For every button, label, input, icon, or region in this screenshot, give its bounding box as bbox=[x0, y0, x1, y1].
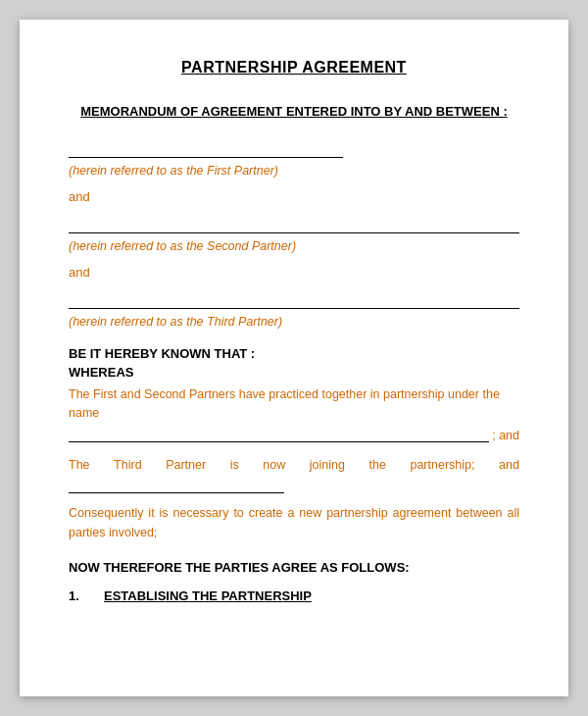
document-title: PARTNERSHIP AGREEMENT bbox=[69, 59, 519, 77]
third-partner-label: (herein referred to as the Third Partner… bbox=[69, 315, 519, 329]
second-partner-block bbox=[69, 216, 519, 233]
item-1-number: 1. bbox=[69, 588, 88, 603]
word-is: is bbox=[230, 456, 239, 475]
third-partner-block bbox=[69, 291, 519, 309]
now-therefore: NOW THEREFORE THE PARTIES AGREE AS FOLLO… bbox=[69, 560, 519, 575]
whereas-semicolon: ; and bbox=[489, 429, 519, 442]
be-it-known: BE IT HEREBY KNOWN THAT : bbox=[69, 346, 519, 361]
item-1-label: ESTABLISING THE PARTNERSHIP bbox=[104, 588, 312, 603]
numbered-item-1: 1. ESTABLISING THE PARTNERSHIP bbox=[69, 588, 519, 603]
word-now: now bbox=[263, 456, 285, 475]
whereas-text: The First and Second Partners have pract… bbox=[69, 385, 519, 423]
first-partner-block bbox=[69, 140, 519, 158]
word-the: The bbox=[69, 456, 90, 475]
whereas-inline-line bbox=[69, 425, 489, 442]
first-partner-line bbox=[69, 140, 343, 158]
third-partner-joining-line bbox=[69, 476, 284, 493]
document: PARTNERSHIP AGREEMENT MEMORANDUM OF AGRE… bbox=[20, 20, 568, 696]
whereas-label: WHEREAS bbox=[69, 365, 519, 380]
third-partner-joining-row: The Third Partner is now joining the par… bbox=[69, 456, 519, 475]
first-partner-label: (herein referred to as the First Partner… bbox=[69, 164, 519, 178]
whereas-line-row: ; and bbox=[69, 425, 519, 442]
third-partner-joining-section: The Third Partner is now joining the par… bbox=[69, 456, 519, 494]
consequently-text: Consequently it is necessary to create a… bbox=[69, 503, 519, 542]
word-third: Third bbox=[114, 456, 141, 475]
memorandum-header: MEMORANDUM OF AGREEMENT ENTERED INTO BY … bbox=[69, 104, 519, 119]
second-partner-line bbox=[69, 216, 519, 233]
whereas-block: BE IT HEREBY KNOWN THAT : WHEREAS The Fi… bbox=[69, 346, 519, 442]
and-1: and bbox=[69, 189, 519, 204]
word-the2: the bbox=[369, 456, 386, 475]
word-partnership: partnership; bbox=[410, 456, 474, 475]
word-and: and bbox=[499, 456, 519, 475]
second-partner-label: (herein referred to as the Second Partne… bbox=[69, 239, 519, 253]
word-joining: joining bbox=[310, 456, 345, 475]
third-partner-line bbox=[69, 291, 519, 309]
word-partner: Partner bbox=[166, 456, 206, 475]
and-2: and bbox=[69, 265, 519, 280]
